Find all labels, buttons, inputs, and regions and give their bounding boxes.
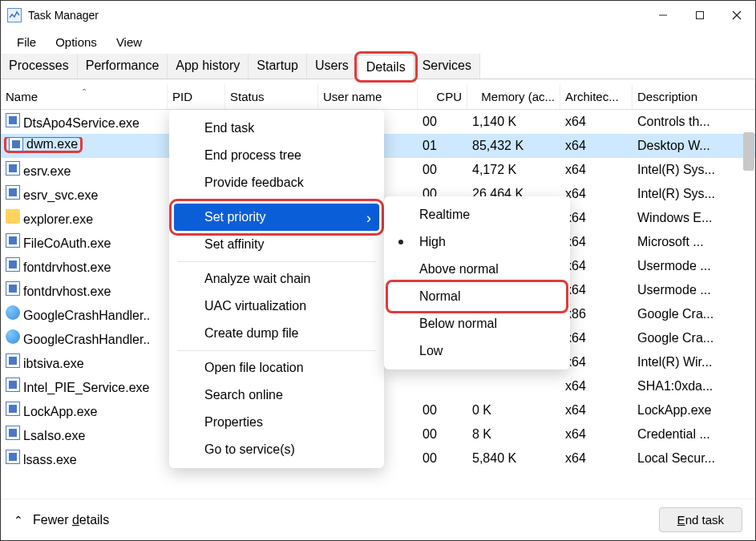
cell-desc: Usermode ... bbox=[633, 259, 755, 273]
app-icon bbox=[6, 426, 20, 440]
priority-above-normal[interactable]: Above normal bbox=[384, 256, 570, 283]
tab-users[interactable]: Users bbox=[307, 54, 358, 79]
cell-arch: x64 bbox=[560, 259, 633, 273]
menu-item-properties[interactable]: Properties bbox=[169, 409, 384, 436]
app-icon bbox=[6, 450, 20, 464]
menu-item-end-process-tree[interactable]: End process tree bbox=[169, 142, 384, 169]
cell-name: fontdrvhost.exe bbox=[1, 257, 168, 275]
menu-item-uac-virtualization[interactable]: UAC virtualization bbox=[169, 293, 384, 320]
cell-name: lsass.exe bbox=[1, 450, 168, 467]
menu-options[interactable]: Options bbox=[47, 34, 105, 50]
titlebar: Task Manager bbox=[1, 1, 755, 30]
cell-arch: x64 bbox=[560, 427, 633, 442]
menu-item-go-to-service-s-[interactable]: Go to service(s) bbox=[169, 436, 384, 463]
menu-item-search-online[interactable]: Search online bbox=[169, 382, 384, 409]
priority-submenu: RealtimeHighAbove normalNormalBelow norm… bbox=[384, 196, 570, 369]
cell-name: esrv.exe bbox=[1, 161, 168, 179]
priority-below-normal[interactable]: Below normal bbox=[384, 310, 570, 337]
app-icon bbox=[9, 137, 23, 151]
header-memory[interactable]: Memory (ac... bbox=[467, 84, 560, 109]
app-icon bbox=[6, 402, 20, 416]
menu-item-provide-feedback[interactable]: Provide feedback bbox=[169, 169, 384, 196]
column-headers: ⌃ Name PID Status User name CPU Memory (… bbox=[1, 84, 755, 110]
window-controls bbox=[645, 3, 755, 27]
header-architecture[interactable]: Architec... bbox=[560, 84, 633, 109]
cell-arch: x64 bbox=[560, 139, 633, 153]
header-username[interactable]: User name bbox=[318, 84, 418, 109]
vertical-scrollbar[interactable] bbox=[743, 132, 754, 171]
tab-startup[interactable]: Startup bbox=[249, 54, 307, 79]
cell-name: dwm.exe bbox=[1, 137, 168, 155]
menu-view[interactable]: View bbox=[108, 34, 150, 50]
cell-cpu: 00 bbox=[418, 451, 467, 466]
app-icon bbox=[6, 257, 20, 272]
cell-desc: Microsoft ... bbox=[633, 235, 755, 249]
tab-processes[interactable]: Processes bbox=[1, 54, 78, 79]
chevron-up-icon[interactable]: ⌃ bbox=[14, 514, 23, 527]
header-description[interactable]: Description bbox=[633, 84, 755, 109]
cell-name: LockApp.exe bbox=[1, 402, 168, 419]
cell-arch: x64 bbox=[560, 235, 633, 249]
app-icon bbox=[6, 377, 20, 392]
footer: ⌃ Fewer details End task bbox=[1, 499, 755, 540]
tab-details[interactable]: Details bbox=[358, 55, 414, 79]
context-menu: End taskEnd process treeProvide feedback… bbox=[169, 110, 384, 468]
separator bbox=[177, 350, 376, 351]
updater-icon bbox=[6, 329, 20, 344]
priority-normal[interactable]: Normal bbox=[389, 283, 565, 310]
cell-mem: 8 K bbox=[467, 427, 560, 442]
header-pid[interactable]: PID bbox=[168, 84, 225, 109]
tab-app-history[interactable]: App history bbox=[168, 54, 249, 79]
app-icon bbox=[7, 8, 22, 22]
cell-desc: Windows E... bbox=[633, 211, 755, 225]
maximize-button[interactable] bbox=[681, 3, 718, 27]
cell-cpu: 00 bbox=[418, 115, 467, 129]
cell-arch: x64 bbox=[560, 403, 633, 418]
cell-arch: x86 bbox=[560, 307, 633, 321]
menu-item-set-priority[interactable]: Set priority bbox=[174, 204, 379, 231]
app-icon bbox=[6, 233, 20, 248]
window-title: Task Manager bbox=[28, 9, 99, 22]
cell-name: LsaIso.exe bbox=[1, 426, 168, 443]
priority-realtime[interactable]: Realtime bbox=[384, 201, 570, 228]
details-content: ⌃ Name PID Status User name CPU Memory (… bbox=[1, 84, 755, 483]
separator bbox=[177, 200, 376, 200]
minimize-button[interactable] bbox=[645, 3, 681, 27]
menu-item-open-file-location[interactable]: Open file location bbox=[169, 354, 384, 382]
menu-item-set-affinity[interactable]: Set affinity bbox=[169, 231, 384, 258]
cell-mem: 5,840 K bbox=[467, 451, 560, 466]
app-icon bbox=[6, 185, 20, 200]
cell-arch: x64 bbox=[560, 355, 633, 369]
cell-name: Intel_PIE_Service.exe bbox=[1, 377, 168, 395]
menu-item-create-dump-file[interactable]: Create dump file bbox=[169, 320, 384, 347]
header-status[interactable]: Status bbox=[225, 84, 318, 109]
cell-mem: 0 K bbox=[467, 403, 560, 418]
cell-mem: 4,172 K bbox=[467, 163, 560, 177]
cell-desc: Controls th... bbox=[633, 115, 755, 129]
cell-arch: x64 bbox=[560, 283, 633, 297]
cell-desc: Intel(R) Sys... bbox=[633, 187, 755, 201]
cell-cpu: 00 bbox=[418, 403, 467, 418]
priority-high[interactable]: High bbox=[384, 228, 570, 256]
tab-bar: ProcessesPerformanceApp historyStartupUs… bbox=[1, 54, 755, 79]
header-cpu[interactable]: CPU bbox=[418, 84, 467, 109]
menu-item-end-task[interactable]: End task bbox=[169, 115, 384, 142]
cell-desc: SHA1:0xda... bbox=[633, 379, 755, 394]
tab-services[interactable]: Services bbox=[414, 54, 480, 79]
app-icon bbox=[6, 281, 20, 296]
menubar: File Options View bbox=[1, 30, 755, 54]
end-task-button[interactable]: End task bbox=[659, 507, 742, 532]
cell-desc: Google Cra... bbox=[633, 331, 755, 345]
priority-low[interactable]: Low bbox=[384, 337, 570, 365]
fewer-details-link[interactable]: Fewer details bbox=[33, 513, 109, 527]
cell-arch: x64 bbox=[560, 331, 633, 345]
cell-desc: Usermode ... bbox=[633, 283, 755, 297]
cell-name: fontdrvhost.exe bbox=[1, 281, 168, 299]
cell-desc: LockApp.exe bbox=[633, 403, 755, 418]
cell-desc: Local Secur... bbox=[633, 451, 755, 466]
menu-file[interactable]: File bbox=[9, 34, 44, 50]
close-button[interactable] bbox=[718, 3, 755, 27]
cell-desc: Intel(R) Wir... bbox=[633, 355, 755, 369]
menu-item-analyze-wait-chain[interactable]: Analyze wait chain bbox=[169, 265, 384, 293]
tab-performance[interactable]: Performance bbox=[78, 54, 168, 79]
